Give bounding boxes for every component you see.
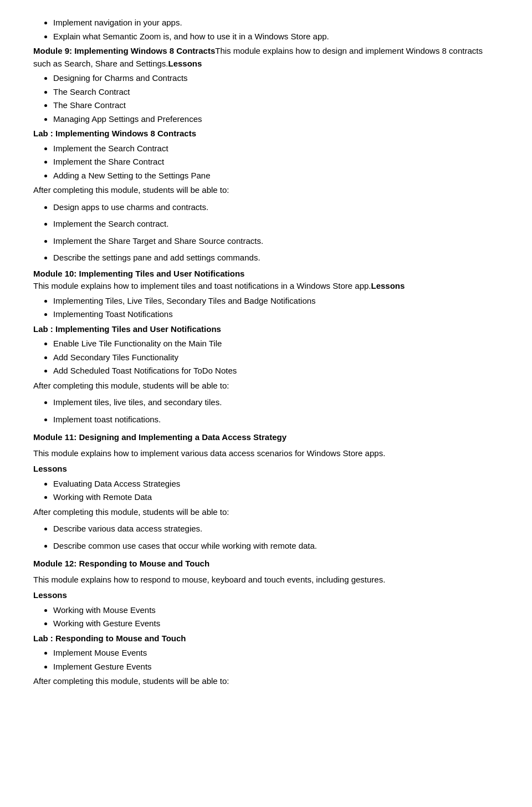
module12-block: Module 12: Responding to Mouse and Touch… <box>33 558 499 688</box>
module9-lab-item-1: Implement the Search Contract <box>53 142 499 155</box>
module11-lessons-label-para: Lessons <box>33 463 499 476</box>
module12-lessons-label: Lessons <box>33 590 67 600</box>
module9-outcome-4: Describe the settings pane and add setti… <box>53 252 499 264</box>
module11-heading: Module 11: Designing and Implementing a … <box>33 432 287 442</box>
module9-outcome-2: Implement the Search contract. <box>53 218 499 231</box>
module9-outcome-1: Design apps to use charms and contracts. <box>53 201 499 214</box>
module11-heading-para: Module 11: Designing and Implementing a … <box>33 431 499 444</box>
module11-lessons-label: Lessons <box>33 464 67 473</box>
module12-heading-para: Module 12: Responding to Mouse and Touch <box>33 558 499 570</box>
module10-lesson-2: Implementing Toast Notifications <box>53 308 499 321</box>
module12-lesson-1: Working with Mouse Events <box>53 604 499 617</box>
module9-outcomes-list: Design apps to use charms and contracts.… <box>53 201 499 264</box>
module10-lab-item-2: Add Secondary Tiles Functionality <box>53 351 499 364</box>
module9-lesson-4: Managing App Settings and Preferences <box>53 113 499 126</box>
module11-outcomes-list: Describe various data access strategies.… <box>53 523 499 552</box>
module10-lab-item-1: Enable Live Tile Functionality on the Ma… <box>53 338 499 350</box>
module9-lesson-2: The Search Contract <box>53 86 499 99</box>
module9-lessons-label: Lessons <box>168 59 202 68</box>
module10-outcomes-list: Implement tiles, live tiles, and seconda… <box>53 396 499 426</box>
module9-intro-para: Module 9: Implementing Windows 8 Contrac… <box>33 45 499 70</box>
module11-intro: This module explains how to implement va… <box>33 448 385 458</box>
module11-lesson-2: Working with Remote Data <box>53 491 499 504</box>
module11-after-text: After completing this module, students w… <box>33 506 499 519</box>
module10-outcome-1: Implement tiles, live tiles, and seconda… <box>53 396 499 409</box>
module9-heading: Module 9: Implementing Windows 8 Contrac… <box>33 46 215 55</box>
module9-block: Module 9: Implementing Windows 8 Contrac… <box>33 45 499 264</box>
module10-block: Module 10: Implementing Tiles and User N… <box>33 268 499 426</box>
module10-lessons-label: Lessons <box>371 281 405 290</box>
module10-lab-item-3: Add Scheduled Toast Notifications for To… <box>53 365 499 377</box>
module9-lab-item-2: Implement the Share Contract <box>53 156 499 168</box>
module11-outcome-1: Describe various data access strategies. <box>53 523 499 535</box>
module10-intro-para: Module 10: Implementing Tiles and User N… <box>33 268 499 293</box>
module12-lab-list: Implement Mouse Events Implement Gesture… <box>53 647 499 673</box>
module10-lab-heading: Lab : Implementing Tiles and User Notifi… <box>33 323 499 336</box>
module10-intro: This module explains how to implement ti… <box>33 281 371 290</box>
module10-lesson-1: Implementing Tiles, Live Tiles, Secondar… <box>53 295 499 308</box>
module11-lesson-1: Evaluating Data Access Strategies <box>53 478 499 491</box>
intro-bullet-list: Implement navigation in your apps. Expla… <box>53 17 499 43</box>
module12-lab-heading: Lab : Responding to Mouse and Touch <box>33 632 499 645</box>
module11-block: Module 11: Designing and Implementing a … <box>33 431 499 552</box>
module12-lesson-2: Working with Gesture Events <box>53 617 499 630</box>
module9-lab-heading: Lab : Implementing Windows 8 Contracts <box>33 127 499 140</box>
module9-after-text: After completing this module, students w… <box>33 184 499 197</box>
module11-lessons-list: Evaluating Data Access Strategies Workin… <box>53 478 499 504</box>
module12-intro: This module explains how to respond to m… <box>33 575 385 584</box>
module9-lab-item-3: Adding a New Setting to the Settings Pan… <box>53 170 499 182</box>
module12-intro-para: This module explains how to respond to m… <box>33 574 499 586</box>
module10-after-text: After completing this module, students w… <box>33 380 499 392</box>
module12-lab-item-2: Implement Gesture Events <box>53 661 499 673</box>
module9-lessons-list: Designing for Charms and Contracts The S… <box>53 72 499 125</box>
module12-lessons-label-para: Lessons <box>33 589 499 602</box>
module10-heading: Module 10: Implementing Tiles and User N… <box>33 269 244 278</box>
module10-lab-list: Enable Live Tile Functionality on the Ma… <box>53 338 499 377</box>
module9-lesson-1: Designing for Charms and Contracts <box>53 72 499 85</box>
intro-bullet-1: Implement navigation in your apps. <box>53 17 499 29</box>
module10-outcome-2: Implement toast notifications. <box>53 413 499 426</box>
module9-lab-list: Implement the Search Contract Implement … <box>53 142 499 182</box>
module11-outcome-2: Describe common use cases that occur whi… <box>53 540 499 553</box>
module12-lab-item-1: Implement Mouse Events <box>53 647 499 660</box>
module9-lesson-3: The Share Contract <box>53 99 499 112</box>
module12-after-text: After completing this module, students w… <box>33 675 499 688</box>
module12-heading: Module 12: Responding to Mouse and Touch <box>33 559 209 568</box>
intro-bullet-2: Explain what Semantic Zoom is, and how t… <box>53 30 499 43</box>
module12-lessons-list: Working with Mouse Events Working with G… <box>53 604 499 630</box>
module11-intro-para: This module explains how to implement va… <box>33 447 499 460</box>
module9-outcome-3: Implement the Share Target and Share Sou… <box>53 235 499 248</box>
module10-lessons-list: Implementing Tiles, Live Tiles, Secondar… <box>53 295 499 321</box>
